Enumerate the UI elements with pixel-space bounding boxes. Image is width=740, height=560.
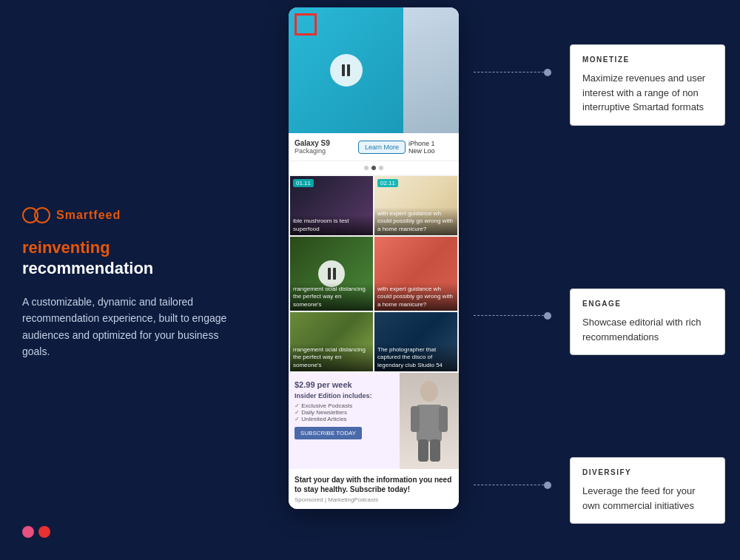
feed-item-nails: with expert guidance wh could possibly g… — [374, 237, 457, 311]
pause-bar-right — [347, 64, 350, 76]
pause-bar-sm-right — [333, 268, 336, 280]
svg-rect-4 — [418, 439, 428, 462]
promo-feature-3: Unlimited Articles — [295, 416, 394, 422]
info-box-engage: ENGAGE Showcase editorial with rich reco… — [570, 289, 725, 355]
tagline-line2: recommendation — [22, 259, 252, 278]
monetize-text: Maximize revenues and user interest with… — [582, 71, 713, 115]
product-info-text: Galaxy S9 Packaging — [295, 139, 358, 155]
phone-container: Galaxy S9 Packaging Learn More iPhone 1 … — [274, 0, 474, 560]
dot-3 — [379, 166, 383, 170]
logo-icon — [22, 207, 50, 223]
product-info-row: Galaxy S9 Packaging Learn More iPhone 1 … — [289, 133, 459, 161]
dot-2-active — [371, 166, 376, 170]
decorative-dots — [22, 526, 50, 538]
product2-info: iPhone 1 New Loo — [408, 140, 453, 155]
info-box-monetize: MONETIZE Maximize revenues and user inte… — [570, 44, 725, 126]
connector-diversify — [474, 485, 548, 486]
dot-red — [38, 526, 50, 538]
promo-section: $2.99 per week Insider Edition includes:… — [289, 373, 459, 469]
ad-card-secondary — [403, 7, 459, 133]
learn-more-button[interactable]: Learn More — [358, 141, 406, 154]
feed-item-photographer: The photographer that captured the disco… — [374, 312, 457, 371]
engage-text: Showcase editorial with rich recommendat… — [582, 315, 713, 344]
feed-item-flowers: rrangement ocial distancing the perfect … — [290, 312, 373, 371]
promo-image-side — [400, 373, 459, 469]
nails-text: with expert guidance wh could possibly g… — [374, 283, 457, 311]
svg-rect-3 — [439, 406, 448, 432]
connector-engage — [474, 315, 548, 317]
pause-icon-sm — [328, 268, 336, 280]
photographer-image: The photographer that captured the disco… — [374, 312, 457, 371]
timer-2: 02.11 — [377, 179, 398, 187]
promo-price: $2.99 per week — [295, 380, 394, 389]
engage-label: ENGAGE — [582, 300, 713, 308]
brand-description: A customizable, dynamic and tailored rec… — [22, 294, 244, 360]
flowers-image: rrangement ocial distancing the perfect … — [290, 312, 373, 371]
nails-image: with expert guidance wh could possibly g… — [374, 237, 457, 311]
monetize-label: MONETIZE — [582, 55, 713, 64]
connector-dot-diversify — [544, 482, 551, 489]
svg-rect-5 — [430, 439, 440, 462]
feed-item-drink: 02.11 with expert guidance wh could poss… — [374, 176, 457, 235]
pause-bar-sm-left — [328, 268, 331, 280]
product-name: Galaxy S9 — [295, 139, 358, 147]
product2-name: iPhone 1 — [408, 140, 453, 147]
connector-dot-monetize — [544, 69, 551, 76]
promo-feature-2: Daily Newsletters — [295, 409, 394, 416]
mushroom-image: 01.11 ible mushroom is test superfood — [290, 176, 373, 235]
plants-text: rrangement ocial distancing the perfect … — [290, 283, 373, 311]
timer-1: 01.11 — [293, 179, 314, 187]
svg-rect-2 — [411, 406, 420, 432]
logo-area: Smartfeed — [22, 207, 252, 223]
feed-item-plants: rrangement ocial distancing the perfect … — [290, 237, 373, 311]
info-box-diversify: DIVERSIFY Leverage the feed for your own… — [570, 457, 725, 524]
dot-1 — [364, 166, 369, 170]
red-square-decoration — [295, 13, 317, 36]
connector-monetize — [474, 72, 548, 73]
plants-image: rrangement ocial distancing the perfect … — [290, 237, 373, 311]
diversify-label: DIVERSIFY — [582, 468, 713, 476]
ad-card-main — [289, 7, 403, 133]
product2-detail: New Loo — [408, 147, 453, 155]
promo-person-image — [400, 373, 459, 469]
diversify-text: Leverage the feed for your own commercia… — [582, 484, 713, 513]
ad-section — [289, 7, 459, 133]
content-feed: 01.11 ible mushroom is test superfood 02… — [289, 175, 459, 373]
flowers-text: rrangement ocial distancing the perfect … — [290, 343, 373, 371]
mushroom-text: ible mushroom is test superfood — [290, 215, 373, 235]
pause-button[interactable] — [330, 54, 363, 87]
feed-item-mushroom: 01.11 ible mushroom is test superfood — [290, 176, 373, 235]
start-day-section: Start your day with the information you … — [289, 469, 459, 509]
right-panel: MONETIZE Maximize revenues and user inte… — [555, 0, 740, 560]
start-day-title: Start your day with the information you … — [295, 475, 453, 494]
pause-icon — [342, 64, 350, 76]
person-svg — [403, 377, 455, 465]
svg-rect-1 — [417, 405, 442, 442]
logo-circle-right — [34, 207, 50, 223]
promo-text-side: $2.99 per week Insider Edition includes:… — [289, 373, 400, 469]
subscribe-button[interactable]: SUBSCRIBE TODAY — [295, 427, 362, 439]
connector-dot-engage — [544, 312, 551, 320]
drink-image: 02.11 with expert guidance wh could poss… — [374, 176, 457, 235]
phone-mockup: Galaxy S9 Packaging Learn More iPhone 1 … — [289, 7, 459, 509]
product-detail: Packaging — [295, 147, 358, 155]
left-panel: Smartfeed reinventing recommendation A c… — [0, 0, 274, 560]
pause-bar-left — [342, 64, 345, 76]
pagination-dots — [289, 161, 459, 175]
svg-point-0 — [420, 381, 438, 402]
dot-pink — [22, 526, 34, 538]
tagline-line1: reinventing — [22, 238, 252, 257]
sponsored-text: Sponsored | MarketingPodcasts — [295, 496, 453, 503]
feed-grid: 01.11 ible mushroom is test superfood 02… — [289, 175, 459, 373]
photographer-text: The photographer that captured the disco… — [374, 343, 457, 371]
promo-list: Exclusive Podcasts Daily Newsletters Unl… — [295, 402, 394, 422]
promo-title: Insider Edition includes: — [295, 392, 394, 399]
secondary-ad-image — [403, 7, 459, 133]
logo-text: Smartfeed — [56, 209, 121, 222]
promo-feature-1: Exclusive Podcasts — [295, 402, 394, 409]
drink-text: with expert guidance wh could possibly g… — [374, 207, 457, 235]
